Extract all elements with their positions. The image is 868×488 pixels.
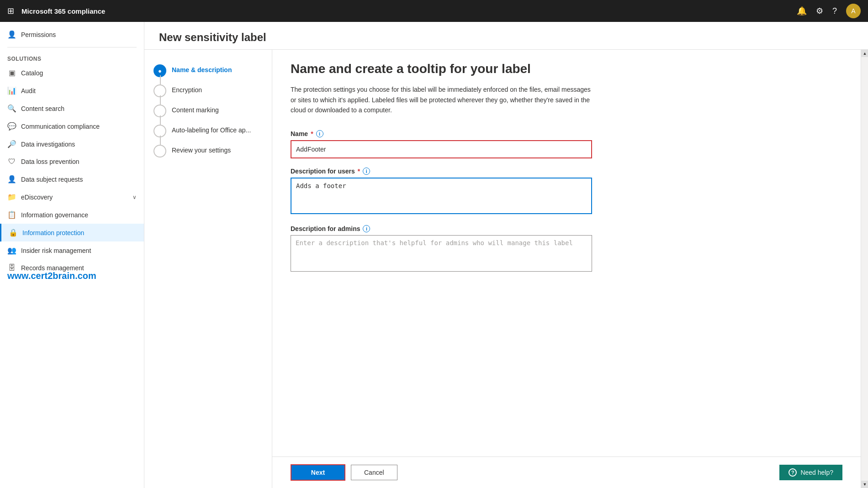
- step-circle-2: [153, 84, 166, 97]
- form-title: Name and create a tooltip for your label: [291, 61, 842, 77]
- need-help-button[interactable]: ? Need help?: [779, 465, 842, 480]
- name-form-group: Name * i: [291, 130, 842, 158]
- page-title: New sensitivity label: [159, 31, 853, 44]
- sidebar-label-info-governance: Information governance: [21, 211, 88, 219]
- desc-users-info-icon[interactable]: i: [363, 168, 370, 175]
- step-circle-3: [153, 105, 166, 117]
- steps-panel: ● Name & description Encryption Content …: [144, 50, 272, 488]
- step-label-4: Auto-labeling for Office ap...: [172, 125, 251, 134]
- step-circle-4: [153, 125, 166, 137]
- content-search-icon: 🔍: [7, 104, 16, 113]
- content-area: New sensitivity label ● Name & descripti…: [144, 22, 868, 488]
- sidebar-permissions-label: Permissions: [21, 31, 56, 38]
- permissions-icon: 👤: [7, 30, 16, 39]
- sidebar-item-data-loss-prevention[interactable]: 🛡 Data loss prevention: [0, 153, 144, 170]
- next-button[interactable]: Next: [291, 464, 345, 481]
- name-info-icon[interactable]: i: [316, 130, 323, 137]
- name-label: Name * i: [291, 130, 842, 137]
- name-required-star: *: [311, 130, 313, 137]
- sidebar-label-catalog: Catalog: [21, 69, 43, 77]
- desc-admins-input[interactable]: [291, 235, 592, 272]
- dsr-icon: 👤: [7, 175, 16, 184]
- desc-admins-label-text: Description for admins: [291, 225, 360, 232]
- step-label-5: Review your settings: [172, 145, 231, 154]
- grid-icon[interactable]: ⊞: [7, 6, 14, 16]
- info-governance-icon: 📋: [7, 210, 16, 219]
- desc-users-label: Description for users * i: [291, 168, 842, 175]
- desc-users-input[interactable]: Adds a footer: [291, 178, 592, 214]
- insider-risk-icon: 👥: [7, 246, 16, 255]
- bell-icon[interactable]: 🔔: [797, 6, 807, 16]
- step-encryption: Encryption: [153, 81, 263, 101]
- sidebar-label-audit: Audit: [21, 87, 36, 94]
- watermark: www.cert2brain.com: [7, 271, 96, 281]
- sidebar-label-content-search: Content search: [21, 105, 64, 112]
- solutions-label: Solutions: [0, 51, 144, 64]
- name-label-text: Name: [291, 130, 308, 137]
- sidebar-label-ediscovery: eDiscovery: [21, 194, 53, 201]
- sidebar-label-info-protection: Information protection: [22, 229, 84, 236]
- scroll-down-arrow[interactable]: ▼: [861, 481, 868, 488]
- sidebar-label-dsr: Data subject requests: [21, 176, 83, 183]
- topbar: ⊞ Microsoft 365 compliance 🔔 ⚙ ? A: [0, 0, 868, 22]
- ediscovery-chevron: ∨: [132, 194, 137, 200]
- sidebar-item-catalog[interactable]: ▣ Catalog: [0, 64, 144, 82]
- audit-icon: 📊: [7, 86, 16, 95]
- sidebar: 👤 Permissions Solutions ▣ Catalog 📊 Audi…: [0, 22, 144, 488]
- app-title: Microsoft 365 compliance: [21, 7, 791, 15]
- name-input[interactable]: [291, 140, 592, 158]
- sidebar-item-content-search[interactable]: 🔍 Content search: [0, 100, 144, 117]
- desc-users-label-text: Description for users: [291, 168, 355, 175]
- step-label-3: Content marking: [172, 105, 219, 114]
- step-name-description: ● Name & description: [153, 61, 263, 81]
- sidebar-item-data-subject-requests[interactable]: 👤 Data subject requests: [0, 170, 144, 188]
- sidebar-item-information-protection[interactable]: 🔒 Information protection: [0, 224, 144, 241]
- sidebar-divider-1: [7, 47, 137, 47]
- desc-users-required-star: *: [358, 168, 360, 175]
- topbar-icons: 🔔 ⚙ ? A: [797, 4, 861, 18]
- help-icon[interactable]: ?: [832, 6, 837, 16]
- sidebar-item-insider-risk[interactable]: 👥 Insider risk management: [0, 241, 144, 259]
- desc-admins-form-group: Description for admins i: [291, 225, 842, 273]
- step-circle-5: [153, 145, 166, 157]
- desc-users-form-group: Description for users * i Adds a footer: [291, 168, 842, 216]
- catalog-icon: ▣: [7, 68, 16, 77]
- sidebar-item-communication-compliance[interactable]: 💬 Communication compliance: [0, 117, 144, 135]
- dlp-icon: 🛡: [7, 157, 16, 166]
- sidebar-item-records-management[interactable]: 🗄 Records management www.cert2brain.com: [0, 259, 144, 290]
- page-header: New sensitivity label: [144, 22, 868, 50]
- right-scrollbar: ▲ ▼: [861, 50, 868, 488]
- wizard-actions: Next Cancel ? Need help?: [272, 457, 861, 488]
- sidebar-item-information-governance[interactable]: 📋 Information governance: [0, 206, 144, 224]
- desc-admins-label: Description for admins i: [291, 225, 842, 232]
- step-label-1: Name & description: [172, 64, 232, 73]
- comm-compliance-icon: 💬: [7, 122, 16, 131]
- form-panel: Name and create a tooltip for your label…: [272, 50, 861, 457]
- main-layout: 👤 Permissions Solutions ▣ Catalog 📊 Audi…: [0, 22, 868, 488]
- sidebar-item-ediscovery[interactable]: 📁 eDiscovery ∨: [0, 188, 144, 206]
- scroll-up-arrow[interactable]: ▲: [861, 50, 868, 57]
- form-description: The protection settings you choose for t…: [291, 84, 592, 115]
- data-investigations-icon: 🔎: [7, 140, 16, 148]
- cancel-button[interactable]: Cancel: [351, 465, 397, 480]
- step-label-2: Encryption: [172, 84, 202, 94]
- info-protection-icon: 🔒: [9, 228, 18, 237]
- sidebar-label-dlp: Data loss prevention: [21, 158, 79, 165]
- step-auto-labeling: Auto-labeling for Office ap...: [153, 121, 263, 141]
- sidebar-label-data-investigations: Data investigations: [21, 141, 75, 148]
- step-circle-1: ●: [153, 64, 166, 77]
- sidebar-item-permissions[interactable]: 👤 Permissions: [0, 26, 144, 43]
- avatar[interactable]: A: [846, 4, 861, 18]
- gear-icon[interactable]: ⚙: [816, 6, 823, 16]
- sidebar-label-insider-risk: Insider risk management: [21, 247, 91, 254]
- sidebar-item-audit[interactable]: 📊 Audit: [0, 82, 144, 100]
- wizard-layout: ● Name & description Encryption Content …: [144, 50, 868, 488]
- step-content-marking: Content marking: [153, 101, 263, 121]
- need-help-icon: ?: [789, 468, 797, 477]
- need-help-label: Need help?: [800, 469, 833, 476]
- desc-admins-info-icon[interactable]: i: [363, 225, 370, 232]
- ediscovery-icon: 📁: [7, 193, 16, 201]
- step-review-settings: Review your settings: [153, 141, 263, 161]
- sidebar-label-comm-compliance: Communication compliance: [21, 123, 100, 130]
- sidebar-item-data-investigations[interactable]: 🔎 Data investigations: [0, 135, 144, 153]
